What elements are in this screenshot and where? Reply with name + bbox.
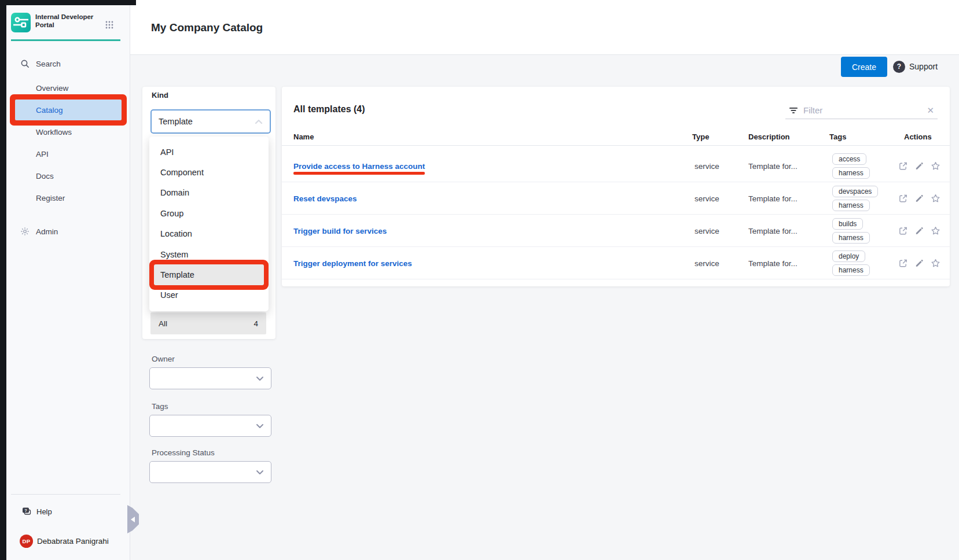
star-icon[interactable] — [931, 161, 940, 171]
all-count: 4 — [253, 319, 258, 328]
support-button[interactable]: ? Support — [893, 60, 938, 73]
kind-option-domain[interactable]: Domain — [154, 183, 264, 203]
tag-chip[interactable]: devspaces — [832, 186, 878, 197]
tags-filter-label: Tags — [152, 402, 168, 411]
kind-select[interactable]: Template — [150, 109, 271, 134]
sidebar-item-label: API — [36, 150, 49, 159]
column-header-description: Description — [748, 132, 790, 141]
kind-option-user[interactable]: User — [154, 285, 264, 305]
edit-pencil-icon[interactable] — [914, 161, 924, 171]
table-row: Provide access to Harness account servic… — [282, 150, 950, 182]
tag-chip[interactable]: deploy — [832, 250, 865, 262]
processing-status-select[interactable] — [149, 461, 271, 483]
star-icon[interactable] — [931, 193, 940, 203]
brand-title: Internal Developer Portal — [35, 13, 104, 29]
sidebar-item-label: Docs — [36, 172, 54, 180]
create-button[interactable]: Create — [841, 57, 887, 77]
tags-cell: access harness — [832, 153, 870, 179]
type-cell: service — [695, 194, 719, 202]
table-row: Trigger build for services service Templ… — [282, 215, 950, 247]
table-header-row: Name Type Description Tags Actions — [282, 131, 950, 146]
window-edge-left — [0, 0, 6, 560]
sidebar-item-label: Help — [36, 507, 52, 516]
kind-option-component[interactable]: Component — [154, 162, 264, 182]
sidebar-divider — [11, 494, 120, 495]
chevron-left-icon — [131, 517, 135, 522]
table-filter-input[interactable] — [803, 105, 921, 115]
actions-cell — [898, 258, 940, 268]
description-cell: Template for... — [748, 226, 798, 235]
star-icon[interactable] — [931, 226, 940, 235]
sidebar-item-search[interactable]: Search — [6, 54, 130, 73]
tag-chip[interactable]: access — [832, 153, 866, 165]
sidebar-item-admin[interactable]: Admin — [6, 221, 130, 242]
template-name-cell: Reset devspaces — [293, 193, 357, 204]
tag-chip[interactable]: harness — [832, 167, 870, 179]
column-header-type: Type — [692, 132, 709, 141]
brand-line2: Portal — [35, 21, 104, 29]
tag-chip[interactable]: harness — [832, 232, 870, 244]
sidebar-item-catalog-annotated[interactable]: Catalog — [15, 100, 122, 120]
caret-up-icon — [255, 119, 263, 124]
description-cell: Template for... — [748, 259, 798, 267]
sidebar-item-overview[interactable]: Overview — [6, 78, 130, 98]
chevron-down-icon — [256, 376, 264, 381]
kind-option-system[interactable]: System — [154, 244, 264, 264]
template-link[interactable]: Trigger build for services — [293, 227, 387, 235]
open-in-new-icon[interactable] — [898, 226, 908, 235]
kind-count-row-all[interactable]: All 4 — [150, 312, 266, 334]
kind-option-group[interactable]: Group — [154, 203, 264, 223]
tags-filter-select[interactable] — [149, 415, 271, 437]
user-name: Debabrata Panigrahi — [37, 537, 109, 546]
template-link-annotated[interactable]: Provide access to Harness account — [293, 162, 425, 171]
sidebar: Internal Developer Portal Search Overvie… — [6, 5, 130, 560]
kind-option-api[interactable]: API — [154, 142, 264, 162]
actions-cell — [898, 193, 940, 203]
tags-cell: devspaces harness — [832, 186, 878, 211]
open-in-new-icon[interactable] — [898, 258, 908, 268]
tags-cell: builds harness — [832, 218, 870, 244]
sidebar-item-label: Workflows — [36, 128, 72, 137]
sidebar-item-docs[interactable]: Docs — [6, 165, 130, 186]
sidebar-item-help[interactable]: ? Help — [6, 502, 130, 521]
sidebar-item-register[interactable]: Register — [6, 187, 130, 208]
sidebar-collapse-handle[interactable] — [127, 505, 139, 533]
sidebar-item-label: Catalog — [36, 106, 63, 115]
description-cell: Template for... — [748, 194, 798, 202]
kind-option-template-annotated[interactable]: Template — [154, 264, 264, 285]
open-in-new-icon[interactable] — [898, 193, 908, 203]
brand-underline — [11, 39, 120, 41]
brand-line1: Internal Developer — [35, 13, 104, 21]
type-cell: service — [695, 161, 719, 170]
owner-select[interactable] — [149, 367, 271, 389]
owner-label: Owner — [152, 355, 175, 363]
sidebar-item-label: Search — [36, 60, 61, 68]
help-chat-icon: ? — [21, 506, 32, 517]
edit-pencil-icon[interactable] — [914, 226, 924, 235]
table-title: All templates (4) — [293, 104, 365, 115]
template-link[interactable]: Trigger deployment for services — [293, 259, 412, 268]
template-name-cell: Provide access to Harness account — [293, 161, 425, 171]
processing-status-label: Processing Status — [152, 448, 215, 457]
template-link[interactable]: Reset devspaces — [293, 194, 357, 203]
tags-cell: deploy harness — [832, 250, 870, 276]
edit-pencil-icon[interactable] — [914, 193, 924, 203]
sidebar-item-api[interactable]: API — [6, 143, 130, 164]
sidebar-user[interactable]: DP Debabrata Panigrahi — [6, 531, 130, 551]
clear-filter-icon[interactable]: ✕ — [927, 106, 934, 115]
sidebar-item-workflows[interactable]: Workflows — [6, 121, 130, 142]
tag-chip[interactable]: harness — [832, 264, 870, 276]
filter-icon — [789, 106, 798, 115]
apps-grid-icon[interactable] — [105, 20, 114, 30]
kind-option-list: API Component Domain Group Location Syst… — [149, 137, 269, 311]
kind-option-location[interactable]: Location — [154, 224, 264, 244]
star-icon[interactable] — [931, 258, 940, 268]
tag-chip[interactable]: builds — [832, 218, 863, 230]
table-row: Trigger deployment for services service … — [282, 247, 950, 279]
kind-label: Kind — [152, 91, 168, 100]
edit-pencil-icon[interactable] — [914, 258, 924, 268]
tag-chip[interactable]: harness — [832, 200, 870, 211]
question-mark-icon: ? — [893, 61, 905, 73]
open-in-new-icon[interactable] — [898, 161, 908, 171]
template-name-cell: Trigger build for services — [293, 226, 387, 236]
